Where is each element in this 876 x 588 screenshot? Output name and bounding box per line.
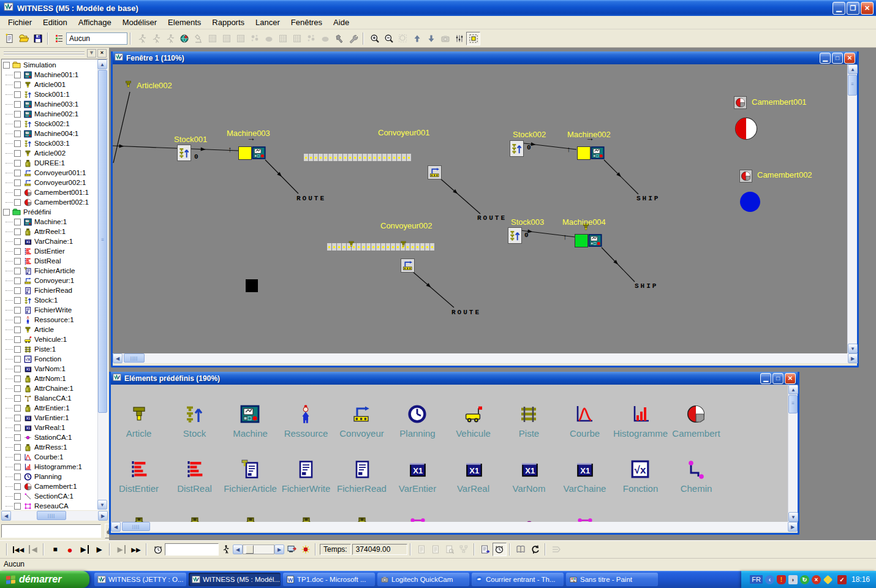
tree-item[interactable]: Convoyeur002:1 — [2, 178, 97, 187]
palette-item-distentier[interactable]: DistEntier — [119, 459, 159, 494]
tree-item-label[interactable]: BalancCA:1 — [34, 394, 72, 402]
tree-checkbox[interactable] — [14, 415, 21, 421]
palette-item-chemin[interactable]: Chemin — [681, 459, 712, 494]
scroll-up-button[interactable]: ▲ — [788, 385, 798, 394]
tree-checkbox[interactable] — [14, 356, 21, 363]
element-label[interactable]: Stock001 — [174, 135, 207, 144]
palette-item-fonction[interactable]: √xFonction — [623, 459, 659, 494]
tree-item-label[interactable]: Stock001:1 — [34, 91, 70, 98]
menu-affichage[interactable]: Affichage — [73, 17, 117, 28]
menu-modéliser[interactable]: Modéliser — [117, 17, 162, 28]
scroll-up-button[interactable]: ▲ — [848, 64, 858, 74]
restore-button[interactable]: ❐ — [847, 2, 859, 15]
article-icon[interactable] — [124, 80, 133, 91]
tree-checkbox[interactable] — [3, 62, 10, 69]
slider-left-button[interactable]: ◀ — [233, 545, 243, 554]
tree-checkbox[interactable] — [14, 219, 21, 225]
undo-button[interactable] — [528, 543, 542, 556]
taskbar-task[interactable]: WTP1.doc - Microsoft ... — [283, 573, 375, 586]
tree-item-label[interactable]: AttrEntier:1 — [34, 404, 70, 412]
taskbar-task[interactable]: Logitech QuickCam — [377, 573, 469, 586]
tree-checkbox[interactable] — [14, 258, 21, 265]
palette-item-fichierread[interactable]: FichierRead — [337, 459, 387, 494]
tree-item[interactable]: Machine003:1 — [2, 99, 97, 109]
tree-group-label[interactable]: Simulation — [23, 61, 56, 69]
tree-item[interactable]: Histogramme:1 — [2, 462, 97, 472]
panel-grip[interactable]: ▼ × — [1, 48, 108, 59]
tree-item[interactable]: Convoyeur:1 — [2, 276, 97, 285]
menu-fenêtres[interactable]: Fenêtres — [285, 17, 328, 28]
palette-item-varreal[interactable]: X1VarReal — [457, 459, 489, 494]
current-element-combo[interactable] — [66, 32, 127, 45]
tree-item[interactable]: DUREE:1 — [2, 158, 97, 168]
tree-item[interactable]: StationCA:1 — [2, 432, 97, 442]
detail-element-button[interactable] — [135, 32, 149, 45]
tree-checkbox[interactable] — [14, 179, 21, 186]
palette-item-vehicule[interactable]: Vehicule — [456, 404, 491, 439]
tree-group-prédéfini[interactable]: Prédéfini — [2, 207, 97, 217]
tree-item-label[interactable]: SectionCA:1 — [34, 492, 74, 500]
element-label[interactable]: ROUTE — [451, 309, 481, 316]
tree-item[interactable]: AttrEntier:1 — [2, 403, 97, 413]
taskbar-task[interactable]: WITNESS (M5 : Modél... — [189, 573, 281, 586]
tree-checkbox[interactable] — [14, 170, 21, 176]
tree-checkbox[interactable] — [14, 238, 21, 245]
element-label[interactable]: ROUTE — [296, 195, 326, 202]
open-model-button[interactable] — [17, 32, 31, 45]
tree-item-label[interactable]: Fonction — [34, 355, 61, 363]
tree-item-label[interactable]: Vehicule:1 — [34, 336, 67, 343]
scroll-right-button[interactable]: ▶ — [788, 522, 798, 532]
tree-item-label[interactable]: Article001 — [34, 81, 66, 88]
new-model-button[interactable] — [2, 32, 17, 45]
move-up-button[interactable] — [410, 32, 424, 45]
palette-item-convoyeur[interactable]: Convoyeur — [339, 404, 384, 439]
tree-checkbox[interactable] — [14, 366, 21, 372]
tree-checkbox[interactable] — [14, 111, 21, 118]
machine-state-square[interactable] — [577, 146, 591, 160]
palette-item-piste[interactable]: Piste — [519, 404, 539, 439]
stock-icon[interactable] — [508, 227, 522, 244]
scroll-thumb[interactable]: ≡ — [788, 395, 798, 413]
tree-item-label[interactable]: DistReal — [34, 257, 61, 265]
tree-checkbox[interactable] — [14, 434, 21, 441]
tree-checkbox[interactable] — [14, 199, 21, 206]
machine-icon[interactable] — [591, 146, 605, 162]
scroll-up-button[interactable]: ▲ — [97, 59, 107, 69]
element-label[interactable]: ROUTE — [477, 214, 507, 222]
tree-item[interactable]: Stock003:1 — [2, 138, 97, 148]
simulation-canvas[interactable]: ↑→↑→↑Article002Stock001Machine003Convoye… — [113, 64, 847, 353]
tree-item-label[interactable]: VarChaine:1 — [34, 238, 73, 245]
tree-checkbox[interactable] — [14, 72, 21, 78]
tree-item-label[interactable]: Machine:1 — [34, 218, 67, 225]
palette-item-machine[interactable]: Machine — [233, 404, 268, 439]
wrench-button[interactable] — [346, 32, 360, 45]
palette-item-fichierarticle[interactable]: FichierArticle — [224, 459, 277, 494]
taskbar-task[interactable]: Courrier entrant - Th... — [472, 573, 564, 586]
minimize-button[interactable]: ▁ — [833, 2, 845, 15]
tree-item[interactable]: DistEntier — [2, 246, 97, 256]
tree-checkbox[interactable] — [14, 405, 21, 412]
capture-button[interactable] — [233, 32, 247, 45]
export-button[interactable] — [478, 543, 493, 556]
tree-item-label[interactable]: Convoyeur:1 — [34, 277, 74, 284]
tree-checkbox[interactable] — [14, 140, 21, 147]
snapshot-button[interactable] — [438, 32, 452, 45]
stock-icon[interactable] — [177, 145, 191, 161]
tree-item-label[interactable]: Histogramme:1 — [34, 463, 82, 470]
tray-clock[interactable]: 18:16 — [851, 575, 870, 584]
machine-state-square[interactable] — [238, 146, 252, 160]
conveyor-strip[interactable] — [304, 153, 412, 160]
tree-item-label[interactable]: Camembert001:1 — [34, 189, 89, 196]
scroll-down-button[interactable]: ▼ — [788, 512, 798, 522]
maximize-button[interactable]: □ — [772, 373, 783, 384]
camembert-icon[interactable] — [739, 170, 752, 183]
move-element-button[interactable] — [149, 32, 163, 45]
tree-item[interactable]: FichierWrite — [2, 305, 97, 315]
tree-item-label[interactable]: Machine001:1 — [34, 71, 78, 78]
walk-step-button[interactable]: ▶ — [77, 543, 92, 556]
element-label[interactable]: SHIP — [636, 195, 660, 202]
tree-item-label[interactable]: ReseauCA — [34, 502, 69, 510]
element-selector-icon[interactable] — [52, 32, 66, 45]
monitor-export-icon[interactable] — [284, 543, 298, 556]
tree-checkbox[interactable] — [14, 297, 21, 304]
